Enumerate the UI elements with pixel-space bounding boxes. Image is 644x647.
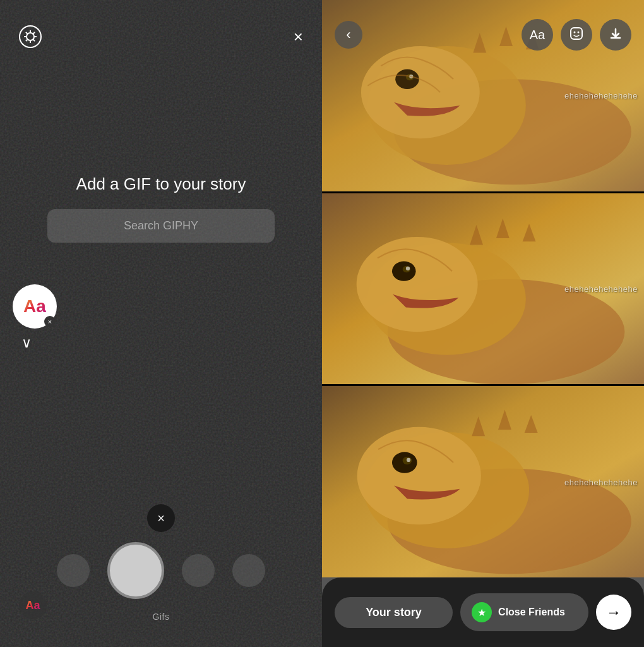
search-giphy-placeholder: Search GIPHY — [124, 219, 198, 233]
your-story-label: Your story — [366, 606, 422, 619]
cancel-button[interactable]: × — [147, 504, 175, 532]
story-bottom-bar: Your story ★ Close Friends → — [322, 577, 644, 647]
shutter-button[interactable] — [107, 542, 164, 599]
story-watermark-3: ehehehehehehehe — [564, 477, 638, 487]
svg-point-32 — [574, 31, 576, 33]
add-gif-title: Add a GIF to your story — [76, 174, 246, 194]
camera-option-3[interactable] — [232, 554, 265, 587]
svg-point-33 — [578, 31, 580, 33]
story-watermark-1: ehehehehehehehe — [564, 91, 638, 100]
right-top-bar: ‹ Aa — [322, 0, 644, 57]
close-friends-label: Close Friends — [498, 607, 565, 618]
text-style-label: Aa — [25, 599, 40, 612]
sticker-icon — [569, 27, 583, 44]
main-content: Add a GIF to your story Search GIPHY — [0, 61, 322, 492]
bottom-mode-label: Gifs — [153, 612, 170, 622]
right-panel: ehehehehehehehe — [322, 0, 644, 647]
text-tool-label: Aa — [530, 28, 545, 42]
close-friends-button[interactable]: ★ Close Friends — [460, 593, 588, 631]
your-story-button[interactable]: Your story — [335, 597, 453, 628]
text-sticker-close-button[interactable]: × — [44, 316, 56, 327]
svg-point-23 — [406, 267, 410, 270]
bottom-bar: × Gifs — [0, 492, 322, 647]
svg-point-30 — [407, 458, 410, 462]
text-style-button[interactable]: Aa — [19, 591, 47, 619]
download-icon — [609, 27, 622, 43]
sticker-button[interactable] — [561, 19, 592, 51]
download-button[interactable] — [600, 19, 631, 51]
text-tool-button[interactable]: Aa — [522, 19, 553, 51]
svg-rect-31 — [571, 28, 582, 39]
close-friends-star-icon: ★ — [472, 602, 492, 622]
left-panel: × Add a GIF to your story Search GIPHY A… — [0, 0, 322, 647]
story-images-container: ehehehehehehehe — [322, 0, 644, 577]
svg-point-0 — [27, 33, 34, 40]
story-frame-3: ehehehehehehehe — [322, 386, 644, 577]
camera-controls-row — [19, 542, 303, 599]
right-actions: Aa — [522, 19, 631, 51]
story-watermark-2: ehehehehehehehe — [564, 284, 638, 294]
search-giphy-input[interactable]: Search GIPHY — [47, 209, 275, 243]
camera-option-2[interactable] — [182, 554, 215, 587]
svg-line-8 — [26, 39, 28, 41]
text-sticker-bubble[interactable]: Aa × — [13, 284, 57, 329]
text-sticker-label: Aa — [23, 296, 46, 317]
close-button[interactable]: × — [294, 28, 303, 45]
svg-line-5 — [26, 32, 28, 34]
chevron-down-icon[interactable]: ∨ — [21, 335, 32, 351]
svg-point-27 — [357, 427, 481, 524]
svg-line-7 — [33, 32, 35, 34]
story-frame-2: ehehehehehehehe — [322, 193, 644, 385]
settings-button[interactable] — [19, 25, 42, 48]
back-button[interactable]: ‹ — [335, 21, 362, 49]
camera-option-1[interactable] — [57, 554, 90, 587]
send-button[interactable]: → — [596, 595, 631, 630]
svg-line-6 — [33, 39, 35, 41]
left-top-bar: × — [0, 0, 322, 61]
send-icon: → — [606, 603, 621, 621]
